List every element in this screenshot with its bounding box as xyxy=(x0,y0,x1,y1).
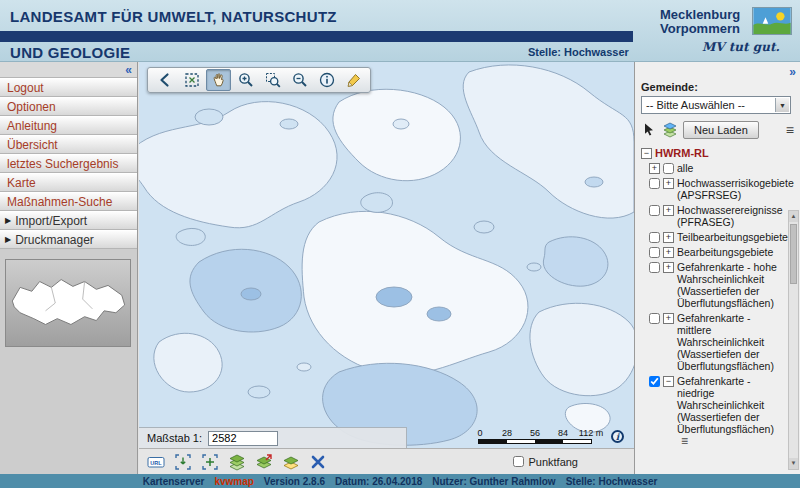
zoom-window-button[interactable] xyxy=(260,69,285,91)
collapse-minus-icon[interactable]: − xyxy=(641,148,652,159)
export-map-icon xyxy=(255,453,273,471)
expand-plus-icon[interactable]: + xyxy=(663,313,674,324)
layer-tree-scrollbar[interactable]: ▲ ▼ xyxy=(788,210,799,470)
select-arrow-tool[interactable] xyxy=(641,122,657,138)
app-window: LANDESAMT FÜR UMWELT, NATURSCHUTZ UND GE… xyxy=(0,0,800,488)
recenter-cross-icon xyxy=(309,453,327,471)
expand-plus-icon[interactable]: + xyxy=(663,232,674,243)
sidebar-item-massnahmen-suche[interactable]: Maßnahmen-Suche xyxy=(0,192,137,211)
layer-checkbox[interactable] xyxy=(663,163,674,174)
logo-tagline: MV tut gut. xyxy=(702,40,780,54)
expand-arrow-icon: ▶ xyxy=(5,212,11,230)
scroll-down-icon[interactable]: ▼ xyxy=(789,458,798,469)
scale-input[interactable] xyxy=(208,431,278,446)
open-window-icon xyxy=(174,453,192,471)
reload-button[interactable]: Neu Laden xyxy=(683,121,759,139)
layer-label: Gefahrenkarte - hohe Wahrscheinlichkeit … xyxy=(677,261,784,309)
legend-layers-button[interactable] xyxy=(280,452,302,472)
punktfang-checkbox[interactable] xyxy=(513,456,524,467)
sidebar-group-druckmanager[interactable]: ▶ Druckmanager xyxy=(0,230,137,249)
layer-label: Bearbeitungsgebiete xyxy=(677,246,784,258)
sidebar-item-uebersicht[interactable]: Übersicht xyxy=(0,135,137,154)
scrollbar-thumb[interactable] xyxy=(790,224,797,284)
add-window-icon xyxy=(201,453,219,471)
footer-nutzer: Nutzer: Gunther Rahmlow xyxy=(432,476,555,487)
gemeinde-label: Gemeinde: xyxy=(641,81,796,93)
sidebar-item-karte[interactable]: Karte xyxy=(0,173,137,192)
expand-plus-icon[interactable]: + xyxy=(663,178,674,189)
info-icon xyxy=(318,71,336,89)
scalebar-tick: 0 xyxy=(477,428,482,438)
layer-checkbox[interactable] xyxy=(649,247,660,258)
map-info-icon[interactable]: i xyxy=(611,430,624,443)
expand-plus-icon[interactable]: + xyxy=(663,205,674,216)
layer-checkbox[interactable] xyxy=(649,178,660,189)
info-button[interactable] xyxy=(314,69,339,91)
expand-plus-icon[interactable]: + xyxy=(649,163,660,174)
layer-checkbox[interactable] xyxy=(649,376,660,387)
export-map-button[interactable] xyxy=(253,452,275,472)
overview-map[interactable] xyxy=(5,259,131,347)
scalebar-labels: 0 28 56 84 112 m xyxy=(478,428,604,438)
collapse-left-icon: « xyxy=(125,63,132,77)
pan-button[interactable] xyxy=(206,69,231,91)
layers-icon xyxy=(228,453,246,471)
sidebar-item-letztes-suchergebnis[interactable]: letztes Suchergebnis xyxy=(0,154,137,173)
zoom-window-icon xyxy=(264,71,282,89)
collapse-minus-icon[interactable]: − xyxy=(663,376,674,387)
sidebar-item-optionen[interactable]: Optionen xyxy=(0,97,137,116)
sidebar-group-label: Import/Export xyxy=(15,212,87,230)
svg-text:URL: URL xyxy=(150,460,162,466)
add-window-button[interactable] xyxy=(199,452,221,472)
layer-checkbox[interactable] xyxy=(649,232,660,243)
layer-group-label: HWRM-RL xyxy=(655,147,784,159)
logo-text: Mecklenburg Vorpommern xyxy=(660,8,740,36)
footer-version: Version 2.8.6 xyxy=(264,476,325,487)
zoom-in-icon xyxy=(237,71,255,89)
back-button[interactable] xyxy=(152,69,177,91)
mv-logo-icon xyxy=(752,7,792,35)
expand-plus-icon[interactable]: + xyxy=(663,262,674,273)
panel-toolbar: Neu Laden ≡ xyxy=(641,121,796,139)
url-button[interactable]: URL xyxy=(145,452,167,472)
sidebar-item-anleitung[interactable]: Anleitung xyxy=(0,116,137,135)
layer-row: + Gefahrenkarte - hohe Wahrscheinlichkei… xyxy=(649,261,784,309)
punktfang-control: Punktfang xyxy=(513,456,578,468)
header-divider-bar xyxy=(0,31,633,42)
open-window-button[interactable] xyxy=(172,452,194,472)
full-extent-icon xyxy=(183,71,201,89)
punktfang-label: Punktfang xyxy=(528,456,578,468)
scalebar-tick: 28 xyxy=(502,428,512,438)
sidebar-collapse-button[interactable]: « xyxy=(0,62,137,78)
expand-plus-icon[interactable]: + xyxy=(663,247,674,258)
layers-button[interactable] xyxy=(226,452,248,472)
map-canvas[interactable]: Maßstab 1: 0 28 56 84 112 m i xyxy=(139,62,634,448)
layer-checkbox[interactable] xyxy=(649,205,660,216)
panel-collapse-button[interactable]: » xyxy=(789,65,796,79)
zoom-out-button[interactable] xyxy=(287,69,312,91)
gemeinde-select[interactable]: -- Bitte Auswählen -- ▼ xyxy=(641,96,791,114)
sidebar-group-import-export[interactable]: ▶ Import/Export xyxy=(0,211,137,230)
measure-pencil-icon xyxy=(345,71,363,89)
measure-button[interactable] xyxy=(341,69,366,91)
layer-row-active: − Gefahrenkarte - niedrige Wahrscheinlic… xyxy=(649,375,784,447)
layer-checkbox[interactable] xyxy=(649,262,660,273)
panel-menu-icon[interactable]: ≡ xyxy=(786,124,794,136)
layer-menu-icon[interactable]: ≡ xyxy=(681,435,688,447)
layer-row: + Teilbearbeitungsgebiete xyxy=(649,231,784,243)
layer-row-alle: + alle xyxy=(649,162,784,174)
sidebar-item-logout[interactable]: Logout xyxy=(0,78,137,97)
recenter-button[interactable] xyxy=(307,452,329,472)
left-sidebar: « Logout Optionen Anleitung Übersicht le… xyxy=(0,62,138,474)
scroll-up-icon[interactable]: ▲ xyxy=(789,211,798,222)
layer-label: Hochwasserrisikogebiete (APSFRSEG) xyxy=(677,177,794,201)
page-title-line2: UND GEOLOGIE xyxy=(10,44,130,61)
layer-order-tool[interactable] xyxy=(662,122,678,138)
select-arrow-icon xyxy=(641,122,657,138)
scalebar-tick: 112 m xyxy=(579,428,603,438)
map-bottom-toolbar: URL Punktfang xyxy=(139,448,634,474)
footer-stelle: Stelle: Hochwasser xyxy=(566,476,658,487)
zoom-in-button[interactable] xyxy=(233,69,258,91)
layer-checkbox[interactable] xyxy=(649,313,660,324)
full-extent-button[interactable] xyxy=(179,69,204,91)
